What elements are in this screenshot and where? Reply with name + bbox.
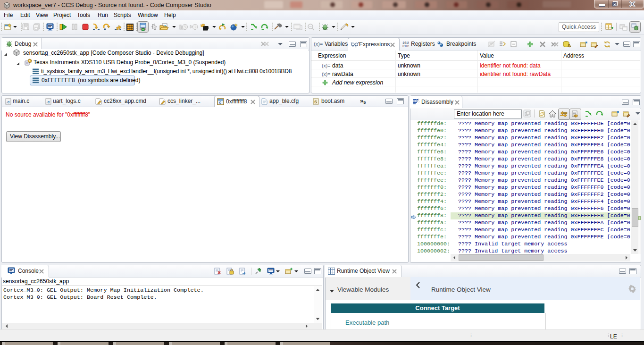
svg-text:.c: .c bbox=[6, 100, 10, 104]
svg-text:0101: 0101 bbox=[402, 45, 409, 48]
svg-text:S: S bbox=[314, 100, 317, 104]
svg-text:.c: .c bbox=[46, 100, 50, 104]
svg-text:c: c bbox=[219, 100, 221, 105]
